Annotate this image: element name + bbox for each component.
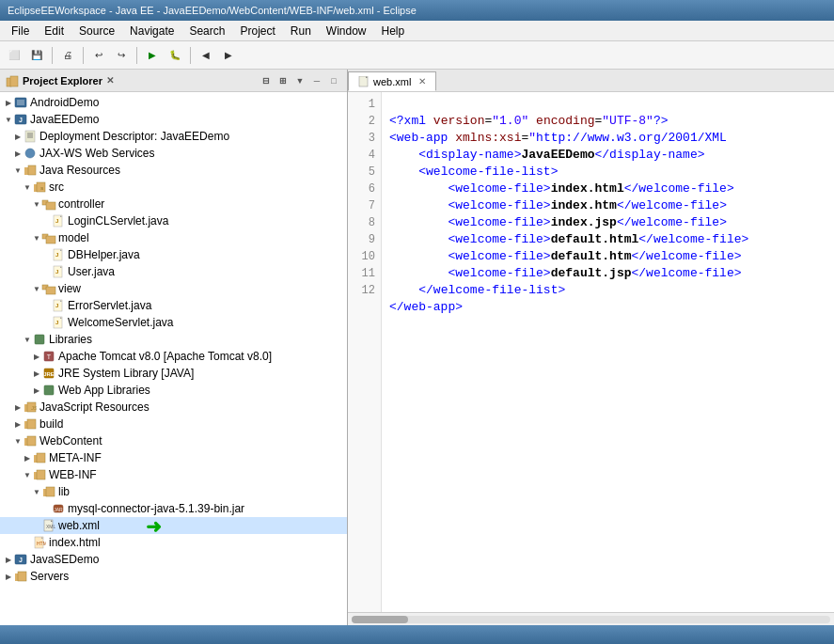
menu-edit[interactable]: Edit (37, 23, 71, 39)
tree-arrow-tomcat[interactable]: ▶ (32, 352, 41, 361)
tree-item-model[interactable]: ▼ model (0, 229, 347, 246)
svg-rect-42 (44, 385, 54, 395)
tree-item-dbhelper[interactable]: J DBHelper.java (0, 246, 347, 263)
tree-arrow-java-resources[interactable]: ▼ (13, 165, 23, 175)
menu-window[interactable]: Window (319, 23, 374, 39)
tree-item-view[interactable]: ▼ view (0, 280, 347, 297)
menu-help[interactable]: Help (374, 23, 413, 39)
tree-arrow-webapp-lib[interactable]: ▶ (32, 385, 41, 395)
debug-button[interactable]: 🐛 (165, 45, 185, 66)
tree-label-view: view (58, 282, 81, 295)
view-menu-button[interactable]: ▼ (292, 73, 307, 88)
tree-item-mysql-jar[interactable]: JAR mysql-connector-java-5.1.39-bin.jar (0, 500, 347, 517)
prev-annotation-button[interactable]: ◀ (196, 45, 216, 66)
tree-item-index-html[interactable]: HTML index.html (0, 534, 347, 551)
tree-arrow-webcontent[interactable]: ▼ (13, 436, 23, 446)
tree-item-errorservlet[interactable]: J ErrorServlet.java (0, 297, 347, 314)
tree-arrow-view[interactable]: ▼ (32, 284, 41, 293)
editor-scrollbar[interactable] (348, 612, 834, 625)
explorer-tree[interactable]: ▶ AndroidDemo ▼ J JavaEEDemo ▶ (0, 92, 347, 625)
tree-item-welcomeservlet[interactable]: J WelcomeServlet.java (0, 314, 347, 331)
tree-item-javase-demo[interactable]: ▶ J JavaSEDemo (0, 551, 347, 568)
svg-rect-67 (18, 572, 26, 581)
svg-text:JRE: JRE (43, 371, 55, 377)
link-editor-button[interactable]: ⊞ (275, 73, 291, 88)
menu-source[interactable]: Source (71, 23, 122, 39)
tree-arrow-build[interactable]: ▶ (13, 419, 23, 429)
menu-run[interactable]: Run (283, 23, 319, 39)
tree-label-user: User.java (68, 265, 115, 278)
tree-label-mysql-jar: mysql-connector-java-5.1.39-bin.jar (68, 502, 244, 515)
menu-file[interactable]: File (4, 23, 37, 39)
print-button[interactable]: 🖨 (57, 45, 78, 66)
tree-item-servers[interactable]: ▶ Servers (0, 568, 347, 585)
editor-tab-web-xml[interactable]: web.xml ✕ (348, 71, 436, 91)
toolbar: ⬜ 💾 🖨 ↩ ↪ ▶ 🐛 ◀ ▶ (0, 41, 834, 70)
tree-item-loginclservlet[interactable]: J LoginCLServlet.java (0, 212, 347, 229)
collapse-all-button[interactable]: ⊟ (259, 73, 274, 88)
tree-item-controller[interactable]: ▼ controller (0, 196, 347, 212)
tree-item-javaee-demo[interactable]: ▼ J JavaEEDemo (0, 111, 347, 128)
svg-rect-51 (37, 453, 45, 463)
svg-rect-55 (46, 487, 55, 496)
next-annotation-button[interactable]: ▶ (218, 45, 239, 66)
save-button[interactable]: 💾 (26, 45, 47, 66)
tree-item-android-demo[interactable]: ▶ AndroidDemo (0, 94, 347, 111)
tree-item-web-xml[interactable]: XML web.xml ➜ (0, 517, 347, 534)
tree-arrow-loginclservlet (41, 216, 51, 226)
tree-arrow-javase-demo[interactable]: ▶ (4, 555, 13, 564)
tree-arrow-jre[interactable]: ▶ (32, 369, 41, 378)
tree-item-libraries[interactable]: ▼ Libraries (0, 331, 347, 348)
maximize-button[interactable]: □ (326, 73, 341, 88)
folder-icon-lib (41, 484, 56, 499)
tree-item-webcontent[interactable]: ▼ WebContent (0, 432, 347, 449)
tree-arrow-deployment[interactable]: ▶ (13, 132, 23, 141)
tree-arrow-src[interactable]: ▼ (23, 182, 32, 192)
tree-item-meta-inf[interactable]: ▶ META-INF (0, 449, 347, 466)
explorer-header: Project Explorer ✕ ⊟ ⊞ ▼ ─ □ (0, 70, 347, 92)
tree-arrow-libraries[interactable]: ▼ (23, 335, 32, 344)
tree-item-deployment-descriptor[interactable]: ▶ Deployment Descriptor: JavaEEDemo (0, 128, 347, 145)
menu-project[interactable]: Project (232, 23, 282, 39)
tree-arrow-lib[interactable]: ▼ (32, 487, 41, 496)
javaee-project-icon: J (13, 112, 28, 127)
explorer-header-icons: ⊟ ⊞ ▼ ─ □ (259, 73, 341, 88)
toolbar-separator-1 (52, 47, 53, 64)
tree-item-webapp-lib[interactable]: ▶ Web App Libraries (0, 382, 347, 399)
tree-arrow-controller[interactable]: ▼ (32, 199, 41, 209)
tree-item-tomcat[interactable]: ▶ T Apache Tomcat v8.0 [Apache Tomcat v8… (0, 348, 347, 365)
tree-arrow-meta-inf[interactable]: ▶ (23, 453, 32, 463)
menu-search[interactable]: Search (181, 23, 232, 39)
tree-item-jre[interactable]: ▶ JRE JRE System Library [JAVA] (0, 365, 347, 382)
redo-button[interactable]: ↪ (111, 45, 132, 66)
new-button[interactable]: ⬜ (4, 45, 24, 66)
tree-item-web-inf[interactable]: ▼ WEB-INF (0, 466, 347, 483)
tree-arrow-jax-ws[interactable]: ▶ (13, 149, 23, 158)
tree-item-jax-ws[interactable]: ▶ JAX-WS Web Services (0, 145, 347, 162)
tree-item-js-resources[interactable]: ▶ JS JavaScript Resources (0, 399, 347, 416)
tree-arrow-servers[interactable]: ▶ (4, 572, 13, 581)
tree-label-js-resources: JavaScript Resources (39, 401, 149, 414)
menu-navigate[interactable]: Navigate (122, 23, 181, 39)
jre-icon: JRE (41, 366, 56, 381)
main-layout: Project Explorer ✕ ⊟ ⊞ ▼ ─ □ ▶ AndroidDe… (0, 70, 834, 625)
tree-arrow-javaee-demo[interactable]: ▼ (4, 115, 13, 124)
html-file-icon: HTML (32, 535, 47, 550)
java-file-icon-loginclservlet: J (51, 213, 66, 228)
tree-item-lib[interactable]: ▼ lib (0, 483, 347, 500)
xml-file-icon: XML (41, 518, 56, 533)
tree-item-java-resources[interactable]: ▼ Java Resources (0, 162, 347, 179)
undo-button[interactable]: ↩ (88, 45, 109, 66)
editor-content[interactable]: 1 2 3 4 5 6 7 8 9 10 11 12 <?xml version… (348, 92, 834, 612)
tree-item-user[interactable]: J User.java (0, 263, 347, 280)
tree-arrow-js-resources[interactable]: ▶ (13, 402, 23, 412)
tree-item-src[interactable]: ▼ s src (0, 179, 347, 196)
run-button[interactable]: ▶ (142, 45, 163, 66)
minimize-button[interactable]: ─ (309, 73, 324, 88)
tab-close-web-xml[interactable]: ✕ (418, 76, 426, 86)
tree-arrow-android-demo[interactable]: ▶ (4, 98, 13, 107)
tree-item-build[interactable]: ▶ build (0, 416, 347, 432)
tree-arrow-model[interactable]: ▼ (32, 233, 41, 243)
tree-arrow-web-inf[interactable]: ▼ (23, 470, 32, 479)
code-area[interactable]: <?xml version="1.0" encoding="UTF-8"?> <… (382, 92, 834, 612)
